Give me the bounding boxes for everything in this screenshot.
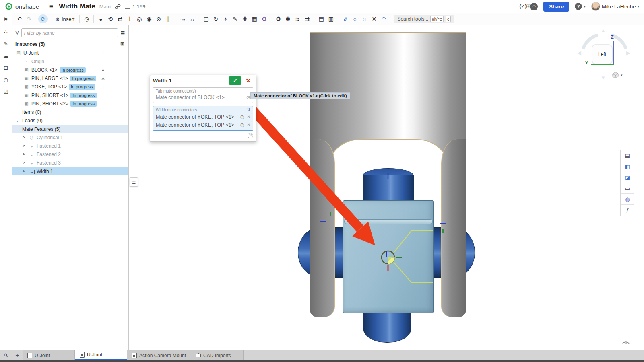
sim-gravity-button[interactable]: ◌ xyxy=(359,14,369,24)
fastened-mate-button[interactable]: ◒ xyxy=(96,14,105,24)
performance-gauge-icon[interactable] xyxy=(621,339,630,346)
display-states-button[interactable]: ▤ xyxy=(316,14,326,24)
parts-help-button[interactable]: ⊡ xyxy=(2,64,10,72)
tree-item-block-1[interactable]: BLOCK <1> In progress ⋏ xyxy=(12,66,128,74)
versions-panel-button[interactable]: ∴ xyxy=(2,27,10,36)
slider-mate-button[interactable]: ⇄ xyxy=(115,14,125,24)
onshape-logo[interactable]: onshape xyxy=(5,2,39,10)
rotate-view-button[interactable]: ⟳ xyxy=(38,14,48,23)
dialog-header[interactable]: Width 1 ✓ ✕ xyxy=(150,75,256,86)
mate-cylindrical-1[interactable]: > Cylindrical 1 xyxy=(12,133,128,142)
insert-instance-icon[interactable]: ⊞ xyxy=(120,41,124,47)
pin-large-bottom[interactable] xyxy=(363,313,411,343)
search-tools-field[interactable]: Search tools... alt/⌥ c xyxy=(394,15,454,23)
named-views-panel-button[interactable]: ◧ xyxy=(621,161,634,172)
dialog-help-icon[interactable]: ? xyxy=(248,133,253,138)
selection-button[interactable]: ⌖ xyxy=(221,14,230,24)
insert-button[interactable]: ⊕ Insert xyxy=(52,14,77,24)
rotate-right-arrow[interactable]: ▶ xyxy=(626,50,630,56)
gear-relation-button[interactable]: ⚙ xyxy=(273,14,283,24)
rack-relation-button[interactable]: ✱ xyxy=(283,14,293,24)
bom-table-panel-button[interactable]: ▤ xyxy=(621,150,634,161)
chevron-right-icon[interactable]: > xyxy=(23,152,27,156)
accept-button[interactable]: ✓ xyxy=(229,76,241,85)
dof-indicator-icon[interactable]: ⊥ xyxy=(100,84,106,89)
chevron-down-icon[interactable]: ⌄ xyxy=(16,110,20,114)
add-tab-button[interactable]: + xyxy=(12,350,23,360)
chevron-down-icon[interactable]: ⌄ xyxy=(16,119,20,123)
mate-connector-clock-icon[interactable]: ◷ xyxy=(240,114,244,119)
tab-connector-row[interactable]: Mate connector of BLOCK <1> ◷ xyxy=(156,93,250,101)
section-loads[interactable]: ⌄ Loads (0) xyxy=(12,116,128,125)
link-icon[interactable] xyxy=(115,4,121,10)
width-mate-button[interactable]: ↔ xyxy=(187,14,197,24)
version-breadcrumb[interactable]: 1.199 xyxy=(125,4,146,10)
dof-indicator-icon[interactable]: ⊥ xyxy=(100,50,106,56)
mate-fastened-3[interactable]: > Fastened 3 xyxy=(12,158,128,167)
section-items[interactable]: ⌄ Items (0) xyxy=(12,108,128,116)
sim-revolute-button[interactable]: ○ xyxy=(350,14,359,24)
share-button[interactable]: Share xyxy=(543,2,569,12)
tab-action-camera-mount[interactable]: Action Camera Mount xyxy=(127,350,191,360)
drawing-panel-button[interactable]: ▭ xyxy=(621,183,634,194)
mate-connector-clock-icon[interactable]: ◷ xyxy=(246,95,250,100)
view-cube[interactable]: ▲ ◀ ▶ ▼ Left Z Y xyxy=(576,27,633,83)
tab-cad-imports[interactable]: CAD Imports xyxy=(191,350,244,360)
width-connector-row[interactable]: Mate connector of YOKE, TOP <1> ◷ ✕ xyxy=(156,113,250,121)
checklist-panel-button[interactable]: ☑ xyxy=(2,88,10,96)
rotate-down-arrow[interactable]: ▼ xyxy=(601,75,606,81)
cylindrical-mate-button[interactable]: ◎ xyxy=(134,14,144,24)
smart-mate-button[interactable]: ⚙ xyxy=(259,14,269,24)
display-states-panel-button[interactable]: ◪ xyxy=(621,172,634,183)
filter-input[interactable] xyxy=(21,28,118,37)
mate-fastened-1[interactable]: > Fastened 1 xyxy=(12,142,128,150)
workspace-name[interactable]: Main xyxy=(99,4,111,10)
appearance-panel-button[interactable]: ◍ xyxy=(621,194,634,205)
parallel-mate-button[interactable]: ∥ xyxy=(163,14,173,24)
mate-connector-clock-icon[interactable]: ◷ xyxy=(240,122,244,128)
tab-mate-connector-field[interactable]: Tab mate connector(s) Mate connector of … xyxy=(153,87,253,103)
revolute-mate-button[interactable]: ⟲ xyxy=(105,14,115,24)
pin-slot-mate-button[interactable]: ⊘ xyxy=(154,14,163,24)
mate-button[interactable]: ◷ xyxy=(82,14,91,24)
screw-relation-button[interactable]: ≋ xyxy=(293,14,302,24)
remove-connector-icon[interactable]: ✕ xyxy=(247,115,250,119)
help-menu[interactable]: ? ▾ xyxy=(575,3,586,10)
undo-button[interactable]: ↶ xyxy=(14,14,24,24)
section-mate-features[interactable]: ⌄ Mate Features (5) xyxy=(12,125,128,133)
user-menu[interactable]: Mike LaFleche ▾ xyxy=(591,2,639,11)
width-mate-connectors-field[interactable]: Width mate connectors ⇅ Mate connector o… xyxy=(153,106,253,131)
rotate-up-arrow[interactable]: ▲ xyxy=(601,27,606,33)
tree-item-origin[interactable]: Origin xyxy=(12,57,128,66)
tree-item-pin-short-1[interactable]: PIN, SHORT <1> In progress xyxy=(12,91,128,99)
linear-relation-button[interactable]: ⇉ xyxy=(302,14,312,24)
tree-item-u-joint[interactable]: U-Joint ⊥ xyxy=(12,49,128,57)
redo-button[interactable]: ↷ xyxy=(24,14,34,24)
panel-collapse-handle[interactable]: ≣ xyxy=(130,177,138,187)
dof-indicator-icon[interactable]: ⋏ xyxy=(100,76,106,81)
search-tabs-button[interactable]: ⚲ xyxy=(0,350,12,360)
chevron-right-icon[interactable]: > xyxy=(23,144,27,148)
chevron-right-icon[interactable]: > xyxy=(23,160,27,165)
reorder-icon[interactable]: ⇅ xyxy=(247,107,250,113)
sim-contact-button[interactable]: ∂ xyxy=(340,14,350,24)
named-positions-button[interactable]: ▥ xyxy=(326,14,336,24)
follow-mode-button[interactable]: ✎ xyxy=(2,39,10,48)
learning-center-icon[interactable]: ◠ xyxy=(530,3,538,10)
comments-panel-button[interactable]: ☁ xyxy=(2,51,10,60)
planar-mate-button[interactable]: ✛ xyxy=(125,14,134,24)
rotate-left-arrow[interactable]: ◀ xyxy=(577,50,581,56)
feature-list-panel-button[interactable]: ⚑ xyxy=(2,15,10,24)
edit-in-place-button[interactable]: ✎ xyxy=(230,14,240,24)
variables-panel-button[interactable]: ƒ xyxy=(621,205,634,216)
chevron-right-icon[interactable]: > xyxy=(23,135,27,140)
tangent-mate-button[interactable]: ↝ xyxy=(178,14,187,24)
cancel-button[interactable]: ✕ xyxy=(243,77,253,84)
history-panel-button[interactable]: ◷ xyxy=(2,76,10,84)
width-connector-row[interactable]: Mate connector of YOKE, TOP <1> ◷ ✕ xyxy=(156,121,250,129)
mate-fastened-2[interactable]: > Fastened 2 xyxy=(12,150,128,158)
transform-button[interactable]: ✚ xyxy=(240,14,250,24)
tree-item-yoke-top-1[interactable]: YOKE, TOP <1> In progress ⊥ xyxy=(12,82,128,91)
replicate-button[interactable]: ↻ xyxy=(211,14,221,24)
pin-large-top[interactable] xyxy=(363,175,414,200)
